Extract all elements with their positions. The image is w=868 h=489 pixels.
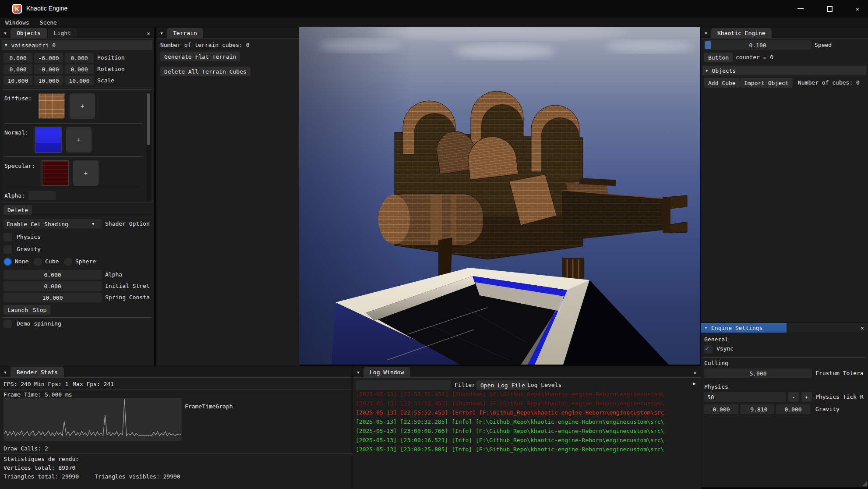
log-entry[interactable]: [2025-05-13] [22:55:52.453] [Shutdown] [… (356, 391, 700, 400)
close-icon[interactable]: ✕ (689, 368, 701, 377)
resize-grip[interactable] (862, 481, 867, 486)
log-entry[interactable]: [2025-05-13] [23:00:16.521] [Info] [F:\G… (356, 437, 700, 446)
vsync-checkbox[interactable]: ✓ (704, 345, 713, 353)
demo-spinning-checkbox[interactable]: ✓ (4, 320, 12, 328)
close-icon[interactable]: ✕ (143, 28, 154, 38)
add-cube-button[interactable]: Add Cube (704, 78, 740, 88)
triangles-total-text: Triangles total: 29990 (4, 473, 79, 480)
tick-minus-button[interactable]: - (788, 392, 799, 402)
tab-light[interactable]: Light (48, 28, 77, 38)
collapse-arrow-icon[interactable]: ▼ (701, 28, 711, 38)
counter-button[interactable]: Button (704, 53, 733, 62)
objects-collapsing-header[interactable]: ▼ Objects (702, 66, 866, 75)
frame-time-graph-svg (4, 398, 182, 441)
vsync-label: Vsync (716, 345, 734, 352)
tab-objects[interactable]: Objects (11, 28, 47, 38)
scale-z-field[interactable]: 10.000 (65, 76, 94, 85)
engine-settings-title-tab[interactable]: ▼ Engine Settings (701, 323, 787, 333)
tree-node-vaisseautri[interactable]: ▼ vaisseautri 0 (2, 40, 152, 50)
position-x-field[interactable]: 0.000 (4, 53, 32, 63)
tick-plus-button[interactable]: + (801, 392, 812, 402)
open-log-file-button[interactable]: Open Log File (476, 380, 529, 390)
gravity-y-field[interactable]: -9.810 (740, 404, 774, 414)
vertices-total-text: Vertices total: 89970 (4, 464, 75, 471)
minimize-button[interactable] (787, 0, 814, 18)
physics-label: Physics (17, 234, 41, 240)
frustum-tolerance-field[interactable]: 5.000 (704, 369, 812, 378)
textures-scrollbar[interactable] (146, 92, 151, 201)
viewport-3d[interactable] (299, 27, 701, 365)
delete-button[interactable]: Delete (4, 205, 32, 215)
log-entry[interactable]: [2025-05-13] [22:55:52.453] [Error] [F:\… (356, 409, 700, 418)
menu-windows[interactable]: Windows (0, 18, 35, 27)
close-button[interactable]: ✕ (844, 0, 868, 18)
physics-tick-rate-label: Physics Tick R (815, 393, 867, 400)
overflow-arrow-icon[interactable]: ▶ (693, 381, 696, 386)
gravity-z-field[interactable]: 0.000 (776, 404, 810, 414)
maximize-button[interactable] (816, 0, 843, 18)
collapse-arrow-icon[interactable]: ▼ (701, 323, 711, 333)
collapse-arrow-icon[interactable]: ▼ (156, 28, 167, 38)
speed-slider[interactable]: 0.100 (704, 40, 811, 50)
tab-render-stats[interactable]: Render Stats (11, 367, 64, 377)
culling-section-label: Culling (704, 360, 728, 366)
normal-texture-swatch[interactable] (35, 127, 62, 153)
alpha-texture-field[interactable] (28, 191, 56, 200)
menu-scene[interactable]: Scene (35, 18, 62, 27)
alpha-field[interactable]: 0.000 (4, 270, 102, 280)
engine-settings-titlebar: ▼ Engine Settings ✕ (701, 323, 868, 333)
stop-button[interactable]: Stop (29, 305, 50, 315)
scale-y-field[interactable]: 10.000 (34, 76, 63, 85)
log-filter-input[interactable] (356, 380, 451, 390)
import-object-button[interactable]: Import Object (740, 78, 793, 88)
collapse-arrow-icon[interactable]: ▼ (0, 368, 11, 377)
spring-constant-field[interactable]: 10.000 (4, 293, 102, 302)
collapse-arrow-icon[interactable]: ▼ (353, 368, 363, 377)
diffuse-texture-swatch[interactable] (38, 93, 65, 119)
specular-add-button[interactable]: + (73, 160, 99, 186)
shader-combo[interactable]: Enable Cel Shading (4, 219, 102, 229)
log-window: ▼ Log Window ✕ Filter Open Log File Log … (353, 366, 701, 489)
frame-time-text: Frame Time: 5.000 ms (4, 391, 72, 398)
gravity-x-field[interactable]: 0.000 (704, 404, 738, 414)
render-stats-window: ▼ Render Stats FPS: 240 Min Fps: 1 Max F… (0, 366, 353, 489)
tree-arrow-icon: ▼ (5, 43, 7, 47)
terrain-tabbar: ▼ Terrain (156, 27, 299, 39)
log-entry[interactable]: [2025-05-13] [23:00:08.766] [Info] [F:\G… (356, 428, 700, 437)
textures-scrollbar-thumb[interactable] (147, 93, 150, 145)
radio-sphere[interactable] (64, 258, 72, 266)
position-z-field[interactable]: 0.000 (65, 53, 94, 63)
rotation-y-field[interactable]: -0.000 (34, 64, 63, 74)
close-icon[interactable]: ✕ (857, 323, 868, 333)
frame-time-graph (4, 398, 182, 441)
tab-log-window[interactable]: Log Window (363, 367, 410, 377)
generate-flat-terrain-button[interactable]: Generate Flat Terrain (160, 52, 240, 61)
draw-calls-text: Draw Calls: 2 (4, 445, 48, 452)
log-entry[interactable]: [2025-05-13] [22:55:52.453] [Shutdown] [… (356, 400, 700, 409)
log-levels-label[interactable]: Log Levels (527, 382, 561, 388)
physics-checkbox[interactable]: ✓ (4, 233, 12, 241)
speed-slider-grab[interactable] (705, 41, 711, 49)
initial-stretch-field[interactable]: 0.000 (4, 281, 102, 291)
rotation-label: Rotation (97, 66, 125, 72)
collapse-arrow-icon[interactable]: ▼ (0, 28, 11, 38)
radio-sphere-label: Sphere (75, 258, 96, 265)
gravity-checkbox[interactable]: ✓ (4, 245, 12, 254)
normal-add-button[interactable]: + (66, 127, 92, 152)
rotation-x-field[interactable]: 0.000 (4, 64, 32, 74)
scale-x-field[interactable]: 10.000 (4, 76, 32, 85)
rotation-z-field[interactable]: 0.000 (65, 64, 94, 74)
delete-all-terrain-cubes-button[interactable]: Delete All Terrain Cubes (160, 67, 251, 76)
position-y-field[interactable]: -6.000 (34, 53, 63, 63)
tab-terrain[interactable]: Terrain (167, 28, 203, 38)
physics-tick-rate-field[interactable]: 50 (704, 392, 786, 402)
diffuse-add-button[interactable]: + (70, 93, 95, 119)
tab-khaotic-engine[interactable]: Khaotic Engine (711, 28, 772, 38)
log-entry[interactable]: [2025-05-13] [22:59:32.285] [Info] [F:\G… (356, 418, 700, 428)
radio-cube[interactable] (34, 258, 42, 266)
radio-none[interactable] (4, 258, 12, 266)
normal-label: Normal: (4, 129, 28, 136)
specular-texture-swatch[interactable] (42, 160, 69, 186)
launch-button[interactable]: Launch (4, 305, 32, 315)
log-entry[interactable]: [2025-05-13] [23:00:25.805] [Info] [F:\G… (356, 446, 700, 455)
